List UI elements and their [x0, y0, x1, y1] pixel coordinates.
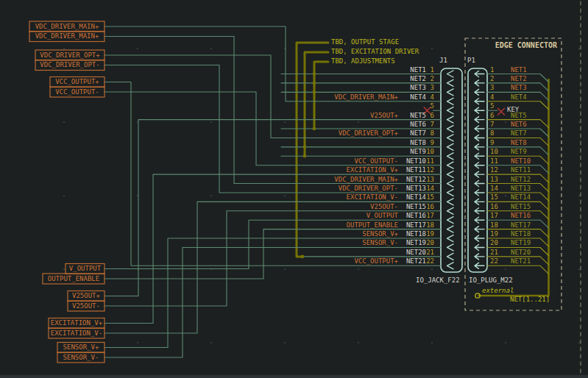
- left-label-text[interactable]: VCC_OUTPUT+: [50, 79, 105, 85]
- jack-pin-number[interactable]: 1: [405, 67, 434, 74]
- left-label-text[interactable]: EXCITATION_V+: [49, 320, 105, 327]
- jack-pin-number[interactable]: 16: [405, 204, 434, 210]
- plug-net-label[interactable]: NET14: [511, 194, 531, 201]
- plug-net-label[interactable]: NET12: [511, 176, 531, 183]
- jack-pin-number[interactable]: 21: [405, 249, 434, 256]
- plug-pin-number[interactable]: 17: [490, 213, 498, 219]
- plug-net-label[interactable]: NET7: [511, 130, 527, 137]
- plug-pin-number[interactable]: 5: [490, 103, 494, 110]
- left-label-text[interactable]: OUTPUT_ENABLE: [43, 276, 105, 282]
- plug-pin-arrow-icon: [475, 217, 484, 223]
- plug-net-label[interactable]: NET17: [511, 222, 531, 229]
- jack-pin-number[interactable]: 19: [405, 231, 434, 238]
- jack-pin-number[interactable]: 7: [405, 121, 434, 128]
- plug-pin-number[interactable]: 15: [490, 194, 498, 201]
- left-label-text[interactable]: V25OUT+: [68, 293, 105, 299]
- plug-ref-label[interactable]: P1: [467, 57, 475, 64]
- jack-pin-number[interactable]: 3: [405, 85, 434, 91]
- plug-pin-number[interactable]: 2: [490, 76, 494, 82]
- jack-contact-icon: [447, 107, 454, 114]
- left-label-text[interactable]: SENSOR_V-: [57, 354, 105, 361]
- sheet-port-external-label[interactable]: external: [482, 288, 514, 294]
- jack-pin-number[interactable]: 5: [405, 103, 434, 110]
- plug-pin-number[interactable]: 8: [490, 130, 494, 137]
- jack-pin-number[interactable]: 6: [405, 113, 434, 119]
- plug-pin-number[interactable]: 22: [490, 258, 498, 265]
- plug-net-label[interactable]: NET1: [511, 67, 527, 74]
- plug-net-label[interactable]: NET3: [511, 85, 527, 91]
- left-label-text[interactable]: EXCITATION_V-: [49, 330, 105, 337]
- plug-net-label[interactable]: NET21: [511, 258, 531, 265]
- left-label-text[interactable]: VDC_DRIVER_MAIN+: [29, 33, 105, 40]
- jack-pin-number[interactable]: 4: [405, 94, 434, 101]
- left-label-text[interactable]: V25OUT-: [68, 303, 105, 310]
- plug-pin-number[interactable]: 1: [490, 67, 494, 74]
- jack-contact-icon: [447, 135, 454, 141]
- left-label-text[interactable]: VDC_DRIVER_OPT-: [35, 62, 105, 68]
- plug-pin-number[interactable]: 13: [490, 176, 498, 183]
- jack-contact-icon: [447, 71, 454, 77]
- jack-contact-icon: [447, 89, 454, 96]
- jack-pin-number[interactable]: 15: [405, 194, 434, 201]
- left-label-text[interactable]: V_OUTPUT: [65, 265, 105, 272]
- jack-pin-number[interactable]: 12: [405, 167, 434, 174]
- plug-net-label[interactable]: NET5: [511, 113, 527, 119]
- plug-pin-number[interactable]: 6: [490, 113, 494, 119]
- left-label-text[interactable]: SENSOR_V+: [57, 344, 105, 351]
- plug-part-label[interactable]: IO_PLUG_M22: [469, 277, 513, 284]
- jack-pin-number[interactable]: 22: [405, 258, 434, 265]
- key-x-icon: [498, 108, 505, 115]
- plug-net-label[interactable]: NET4: [511, 94, 527, 101]
- note-adjustments[interactable]: TBD, ADJUSTMENTS: [331, 58, 395, 65]
- plug-net-label[interactable]: NET13: [511, 185, 531, 192]
- left-label-text[interactable]: VDC_DRIVER_OPT+: [35, 52, 105, 59]
- plug-net-label[interactable]: NET9: [511, 149, 527, 155]
- plug-pin-number[interactable]: 10: [490, 149, 498, 155]
- jack-ref-label[interactable]: J1: [439, 57, 447, 64]
- plug-net-label[interactable]: NET20: [511, 249, 531, 256]
- left-label-text[interactable]: VDC_DRIVER_MAIN+: [29, 24, 105, 30]
- jack-pin-number[interactable]: 17: [405, 213, 434, 219]
- jack-pin-number[interactable]: 11: [405, 158, 434, 165]
- jack-pin-number[interactable]: 10: [405, 149, 434, 155]
- note-output-stage[interactable]: TBD, OUTPUT STAGE: [331, 39, 399, 46]
- plug-pin-number[interactable]: 11: [490, 158, 498, 165]
- plug-pin-number[interactable]: 12: [490, 167, 498, 174]
- plug-net-label[interactable]: NET6: [511, 121, 527, 128]
- plug-pin-number[interactable]: 3: [490, 85, 494, 91]
- jack-contact-icon: [447, 153, 454, 160]
- bus-net-range-label[interactable]: NET[1..21]: [510, 296, 550, 303]
- plug-net-label[interactable]: NET18: [511, 231, 531, 238]
- plug-pin-arrow-icon: [475, 80, 484, 86]
- plug-pin-number[interactable]: 4: [490, 94, 494, 101]
- jack-pin-number[interactable]: 13: [405, 176, 434, 183]
- plug-pin-number[interactable]: 14: [490, 185, 498, 192]
- plug-net-label[interactable]: NET10: [511, 158, 531, 165]
- jack-part-label[interactable]: IO_JACK_F22: [416, 277, 460, 284]
- plug-pin-number[interactable]: 20: [490, 240, 498, 246]
- jack-pin-number[interactable]: 2: [405, 76, 434, 82]
- plug-pin-number[interactable]: 21: [490, 249, 498, 256]
- left-label-text[interactable]: VCC_OUTPUT-: [50, 89, 105, 96]
- plug-pin-number[interactable]: 9: [490, 140, 494, 146]
- jack-pin-number[interactable]: 9: [405, 140, 434, 146]
- plug-pin-number[interactable]: 18: [490, 222, 498, 229]
- plug-pin-number[interactable]: 7: [490, 121, 494, 128]
- plug-net-label[interactable]: NET15: [511, 204, 531, 210]
- jack-pin-number[interactable]: 18: [405, 222, 434, 229]
- plug-pin-number[interactable]: 16: [490, 204, 498, 210]
- plug-net-label[interactable]: NET2: [511, 76, 527, 82]
- plug-net-label[interactable]: NET16: [511, 213, 531, 219]
- plug-pin-number[interactable]: 19: [490, 231, 498, 238]
- plug-net-label[interactable]: NET11: [511, 167, 531, 174]
- plug-net-label[interactable]: NET8: [511, 140, 527, 146]
- jack-pin-number[interactable]: 14: [405, 185, 434, 192]
- jack-contact-icon: [447, 79, 454, 86]
- footer-bar: [0, 375, 588, 378]
- plug-pin-arrow-icon: [475, 71, 484, 77]
- jack-pin-number[interactable]: 8: [405, 130, 434, 137]
- note-excitation-driver[interactable]: TBD, EXCITATION DRIVER: [331, 49, 419, 55]
- plug-net-label[interactable]: NET19: [511, 240, 531, 246]
- jack-pin-number[interactable]: 20: [405, 240, 434, 246]
- plug-pin-arrow-icon: [475, 153, 484, 159]
